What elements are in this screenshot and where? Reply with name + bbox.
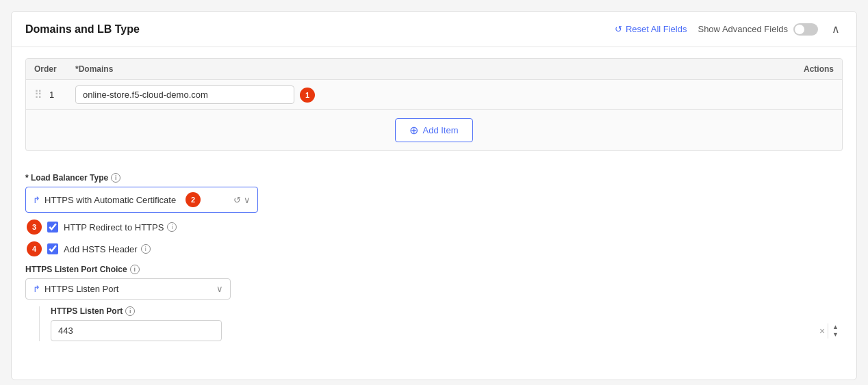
lb-type-value: HTTPS with Automatic Certificate [44,195,176,205]
domains-table: Order *Domains Actions ⠿ 1 1 ⊕ [25,58,843,151]
port-choice-icon: ↱ [33,284,40,294]
domains-section: Order *Domains Actions ⠿ 1 1 ⊕ [12,47,856,173]
table-header: Order *Domains Actions [26,59,842,80]
order-number: 1 [49,90,54,100]
domain-field-wrapper: 1 [75,85,765,104]
header-actions: ↺ Reset All Fields Show Advanced Fields … [615,23,843,36]
port-decrement-button[interactable]: ▼ [831,331,840,338]
lb-type-badge: 2 [186,192,201,207]
lb-type-section: * Load Balancer Type i ↱ HTTPS with Auto… [12,173,856,352]
lb-type-select-right: ↺ ∨ [233,195,251,205]
port-choice-select-left: ↱ HTTPS Listen Port [33,284,118,294]
port-input-actions: × ▲ ▼ [818,320,843,341]
table-row: ⠿ 1 1 [26,80,842,109]
plus-icon: ⊕ [409,124,418,137]
add-item-label: Add Item [422,125,458,135]
add-item-button[interactable]: ⊕ Add Item [395,118,472,142]
http-redirect-checkbox[interactable] [47,222,58,233]
domain-badge-1: 1 [300,88,315,103]
show-advanced-wrapper: Show Advanced Fields [698,23,818,36]
https-listen-port-info-icon[interactable]: i [125,306,135,316]
https-listen-port-choice-section: HTTPS Listen Port Choice i ↱ HTTPS Liste… [25,265,843,341]
https-listen-port-section: HTTPS Listen Port i × ▲ ▼ [39,306,843,341]
reset-label: Reset All Fields [626,24,687,34]
page-container: Domains and LB Type ↺ Reset All Fields S… [11,11,857,380]
http-redirect-label: HTTP Redirect to HTTPS i [64,222,177,233]
page-title: Domains and LB Type [25,23,140,36]
page-header: Domains and LB Type ↺ Reset All Fields S… [12,12,856,47]
lb-type-info-icon[interactable]: i [111,173,120,183]
show-advanced-toggle[interactable] [793,23,818,36]
add-item-row: ⊕ Add Item [26,109,842,150]
add-hsts-badge: 4 [27,241,42,256]
add-hsts-checkbox[interactable] [47,243,58,254]
http-redirect-row: 3 HTTP Redirect to HTTPS i [25,220,843,235]
lb-type-select-left: ↱ HTTPS with Automatic Certificate 2 [33,192,201,207]
port-choice-chevron-icon: ∨ [216,284,223,294]
show-advanced-label: Show Advanced Fields [698,24,788,34]
https-listen-port-choice-select[interactable]: ↱ HTTPS Listen Port ∨ [25,278,231,300]
port-spinner: ▲ ▼ [828,323,840,338]
col-actions: Actions [765,64,834,74]
lb-type-redirect-icon: ↱ [33,195,40,205]
https-listen-port-label: HTTPS Listen Port i [51,306,843,316]
add-hsts-label: Add HSTS Header i [64,244,151,254]
port-choice-value: HTTPS Listen Port [44,284,118,294]
add-hsts-row: 4 Add HSTS Header i [25,241,843,256]
http-redirect-info-icon[interactable]: i [167,222,177,232]
lb-type-reset-icon: ↺ [233,195,241,205]
collapse-button[interactable]: ∧ [829,23,843,36]
col-domains: *Domains [75,64,765,74]
reset-icon: ↺ [615,24,622,34]
lb-type-chevron-icon: ∨ [244,195,251,205]
http-redirect-badge: 3 [27,220,42,235]
https-listen-port-input[interactable] [51,320,222,341]
drag-handle[interactable]: ⠿ 1 [34,88,75,101]
https-listen-port-choice-info-icon[interactable]: i [130,265,140,274]
col-order: Order [34,64,75,74]
port-increment-button[interactable]: ▲ [831,323,840,331]
lb-type-select[interactable]: ↱ HTTPS with Automatic Certificate 2 ↺ ∨ [25,187,258,213]
domain-input[interactable] [75,85,294,104]
https-listen-port-input-wrapper: × ▲ ▼ [51,320,843,341]
port-clear-button[interactable]: × [818,324,826,338]
lb-type-label: * Load Balancer Type i [25,173,843,183]
drag-icon: ⠿ [34,88,42,101]
reset-all-fields-button[interactable]: ↺ Reset All Fields [615,24,687,34]
https-listen-port-choice-label: HTTPS Listen Port Choice i [25,265,843,274]
add-hsts-info-icon[interactable]: i [141,244,151,254]
